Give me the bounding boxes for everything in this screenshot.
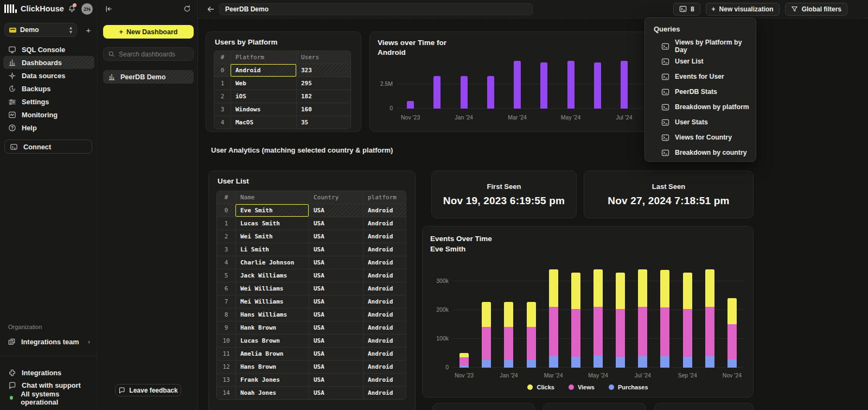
table-cell[interactable]: USA — [309, 204, 363, 217]
table-cell[interactable]: USA — [309, 217, 363, 230]
sidebar-item-integrations-team[interactable]: Integrations team › — [3, 335, 94, 348]
table-row[interactable]: 2iOS182 — [214, 90, 350, 103]
table-cell[interactable]: 12 — [217, 361, 235, 373]
dashboard-list-item[interactable]: PeerDB Demo — [103, 70, 194, 84]
table-row[interactable]: 3Li SmithUSAAndroid — [217, 243, 406, 256]
query-menu-item[interactable]: User Stats — [654, 115, 756, 130]
table-row[interactable]: 4MacOS35 — [214, 116, 350, 129]
table-cell[interactable]: 35 — [296, 116, 350, 129]
query-menu-item[interactable]: Views for Country — [654, 130, 756, 145]
table-row[interactable]: 2Wei SmithUSAAndroid — [217, 230, 406, 243]
table-cell[interactable]: 14 — [217, 387, 235, 399]
table-cell[interactable]: Android — [363, 295, 406, 308]
sidebar-item-dashboards[interactable]: Dashboards — [3, 56, 94, 69]
table-cell[interactable]: 0 — [214, 64, 231, 77]
table-cell[interactable]: 11 — [217, 348, 235, 360]
table-row[interactable]: 10Lucas BrownUSAAndroid — [217, 334, 406, 347]
table-cell[interactable]: 1 — [214, 77, 231, 90]
table-row[interactable]: 5Jack WilliamsUSAAndroid — [217, 269, 406, 282]
table-cell[interactable]: USA — [309, 230, 363, 243]
table-cell[interactable]: 5 — [217, 269, 235, 282]
table-cell[interactable]: 2 — [214, 90, 231, 103]
table-cell[interactable]: 1 — [217, 217, 235, 230]
back-arrow-icon[interactable] — [205, 5, 216, 14]
table-cell[interactable]: 13 — [217, 374, 235, 386]
table-cell[interactable]: 160 — [296, 103, 350, 116]
table-cell[interactable]: Android — [231, 64, 296, 77]
query-menu-item[interactable]: Views by Platform by Day — [654, 39, 756, 54]
table-cell[interactable]: USA — [309, 387, 363, 399]
table-cell[interactable]: Li Smith — [235, 243, 309, 256]
table-row[interactable]: 3Windows160 — [214, 103, 350, 116]
table-cell[interactable]: Android — [363, 387, 406, 399]
table-cell[interactable]: Wei Williams — [235, 282, 309, 295]
table-cell[interactable]: USA — [309, 243, 363, 256]
table-row[interactable]: 14Noah JonesUSAAndroid — [217, 386, 406, 399]
table-cell[interactable]: Hans Brown — [235, 361, 309, 373]
table-cell[interactable]: 295 — [296, 77, 350, 90]
table-row[interactable]: 7Mei WilliamsUSAAndroid — [217, 295, 406, 308]
table-cell[interactable]: USA — [309, 269, 363, 282]
table-cell[interactable]: USA — [309, 295, 363, 308]
new-dashboard-button[interactable]: + New Dashboard — [103, 25, 194, 39]
table-cell[interactable]: 6 — [217, 282, 235, 295]
table-cell[interactable]: 2 — [217, 230, 235, 243]
table-row[interactable]: 1Lucas SmithUSAAndroid — [217, 217, 406, 230]
table-cell[interactable]: iOS — [231, 90, 296, 103]
table-cell[interactable]: 9 — [217, 321, 235, 334]
search-dashboards-input[interactable]: Search dashboards — [103, 47, 194, 61]
new-visualization-button[interactable]: + New visualization — [706, 3, 780, 16]
sidebar-item-backups[interactable]: Backups — [3, 82, 94, 95]
table-cell[interactable]: Android — [363, 374, 406, 386]
table-cell[interactable]: Android — [363, 256, 406, 269]
table-cell[interactable]: Windows — [231, 103, 296, 116]
table-cell[interactable]: Android — [363, 230, 406, 243]
table-cell[interactable]: Frank Jones — [235, 374, 309, 386]
table-row[interactable]: 1Web295 — [214, 77, 350, 90]
table-cell[interactable]: Android — [363, 282, 406, 295]
query-menu-item[interactable]: PeerDB Stats — [654, 84, 756, 99]
table-cell[interactable]: 7 — [217, 295, 235, 308]
connect-button[interactable]: Connect — [4, 140, 92, 154]
table-cell[interactable]: Hans Williams — [235, 308, 309, 321]
table-cell[interactable]: USA — [309, 256, 363, 269]
table-cell[interactable]: USA — [309, 321, 363, 334]
table-cell[interactable]: USA — [309, 335, 363, 347]
table-cell[interactable]: Lucas Smith — [235, 217, 309, 230]
table-cell[interactable]: Hank Brown — [235, 321, 309, 334]
table-cell[interactable]: Lucas Brown — [235, 335, 309, 347]
table-cell[interactable]: 323 — [296, 64, 350, 77]
table-cell[interactable]: 8 — [217, 308, 235, 321]
table-cell[interactable]: 4 — [214, 116, 231, 129]
table-row[interactable]: 13Frank JonesUSAAndroid — [217, 373, 406, 386]
table-row[interactable]: 0Android323 — [214, 64, 350, 77]
table-cell[interactable]: 0 — [217, 204, 235, 217]
table-cell[interactable]: Android — [363, 335, 406, 347]
refresh-icon[interactable] — [183, 5, 191, 12]
table-cell[interactable]: 3 — [214, 103, 231, 116]
workspace-select[interactable]: Demo ▴▾ — [4, 23, 77, 37]
table-row[interactable]: 8Hans WilliamsUSAAndroid — [217, 308, 406, 321]
dashboard-title-input[interactable] — [219, 3, 533, 15]
table-cell[interactable]: Android — [363, 204, 406, 217]
global-filters-button[interactable]: Global filters — [785, 3, 847, 16]
table-row[interactable]: 6Wei WilliamsUSAAndroid — [217, 282, 406, 295]
sidebar-item-data-sources[interactable]: Data sources — [3, 69, 94, 82]
table-cell[interactable]: Android — [363, 361, 406, 373]
table-cell[interactable]: Web — [231, 77, 296, 90]
table-cell[interactable]: Android — [363, 308, 406, 321]
table-cell[interactable]: 3 — [217, 243, 235, 256]
table-cell[interactable]: Charlie Johnson — [235, 256, 309, 269]
collapse-sidebar-icon[interactable] — [105, 5, 113, 13]
table-cell[interactable]: Mei Williams — [235, 295, 309, 308]
table-cell[interactable]: USA — [309, 361, 363, 373]
table-cell[interactable]: Wei Smith — [235, 230, 309, 243]
avatar[interactable]: ZN — [81, 3, 93, 15]
table-row[interactable]: 11Amelia BrownUSAAndroid — [217, 347, 406, 360]
table-row[interactable]: 12Hans BrownUSAAndroid — [217, 360, 406, 373]
sidebar-item-settings[interactable]: Settings — [3, 95, 94, 108]
sidebar-item-integrations[interactable]: Integrations — [3, 367, 94, 379]
sidebar-item-all-systems-operational[interactable]: All systems operational — [3, 392, 94, 404]
sidebar-item-monitoring[interactable]: Monitoring — [3, 108, 94, 121]
leave-feedback-button[interactable]: Leave feedback — [115, 384, 181, 396]
